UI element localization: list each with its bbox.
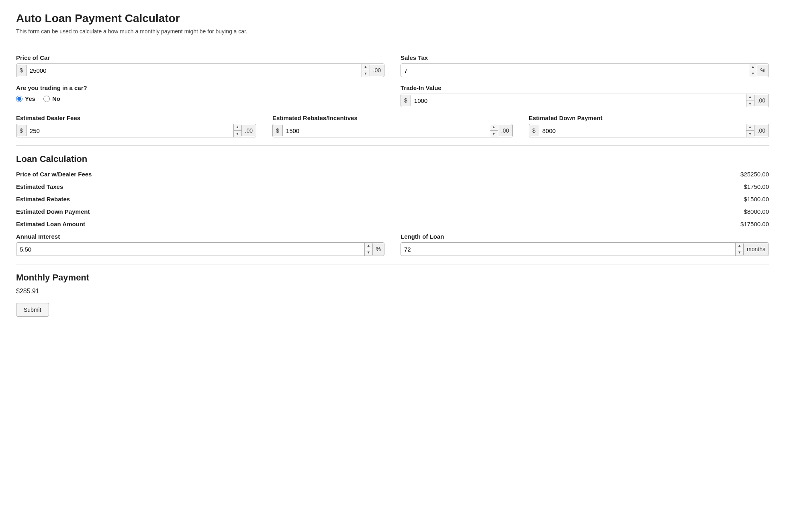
page-subtitle: This form can be used to calculate a how… xyxy=(16,28,769,35)
sales-tax-label: Sales Tax xyxy=(401,54,769,61)
trade-in-value-label: Trade-In Value xyxy=(401,84,769,91)
price-of-car-label: Price of Car xyxy=(16,54,384,61)
loan-length-suffix: months xyxy=(743,243,769,255)
calc-label-1: Estimated Taxes xyxy=(16,183,63,190)
rebates-input[interactable] xyxy=(283,125,490,137)
sales-tax-input[interactable] xyxy=(401,65,749,76)
rebates-input-wrapper: $ ▲ ▼ .00 xyxy=(272,124,513,137)
calc-value-1: $1750.00 xyxy=(744,183,769,190)
dealer-fees-prefix: $ xyxy=(16,125,27,136)
rebates-label: Estimated Rebates/Incentives xyxy=(272,115,513,121)
price-of-car-group: Price of Car $ ▲ ▼ .00 xyxy=(16,54,384,77)
down-payment-cents: .00 xyxy=(754,125,769,136)
rebates-prefix: $ xyxy=(273,125,283,136)
price-of-car-input-wrapper: $ ▲ ▼ .00 xyxy=(16,63,384,77)
annual-interest-label: Annual Interest xyxy=(16,233,384,240)
calc-label-2: Estimated Rebates xyxy=(16,196,70,203)
sales-tax-spinner: ▲ ▼ xyxy=(749,64,757,77)
sales-tax-suffix: % xyxy=(757,65,769,76)
loan-length-up[interactable]: ▲ xyxy=(736,243,743,249)
trade-in-value-spinner: ▲ ▼ xyxy=(746,94,754,107)
calc-row-1: Estimated Taxes $1750.00 xyxy=(16,183,769,190)
sales-tax-up[interactable]: ▲ xyxy=(749,64,757,70)
calc-row-3: Estimated Down Payment $8000.00 xyxy=(16,208,769,215)
monthly-payment-section: Monthly Payment $285.91 Submit xyxy=(16,272,769,317)
price-of-car-input[interactable] xyxy=(27,65,362,76)
price-of-car-up[interactable]: ▲ xyxy=(362,64,370,70)
dealer-fees-label: Estimated Dealer Fees xyxy=(16,115,256,121)
calc-label-4: Estimated Loan Amount xyxy=(16,221,85,227)
annual-interest-suffix: % xyxy=(372,243,384,255)
trade-in-no-radio[interactable] xyxy=(43,96,50,102)
form-row-1: Price of Car $ ▲ ▼ .00 Sales Tax ▲ ▼ % xyxy=(16,54,769,77)
trade-in-yes-label[interactable]: Yes xyxy=(16,95,35,102)
down-payment-up[interactable]: ▲ xyxy=(746,124,754,131)
annual-interest-spinner: ▲ ▼ xyxy=(364,243,372,256)
form-row-2: Are you trading in a car? Yes No Trade-I… xyxy=(16,84,769,107)
sales-tax-input-wrapper: ▲ ▼ % xyxy=(401,63,769,77)
calc-row-2: Estimated Rebates $1500.00 xyxy=(16,196,769,203)
dealer-fees-down[interactable]: ▼ xyxy=(234,131,241,137)
rebates-up[interactable]: ▲ xyxy=(490,124,498,131)
loan-calc-section: Loan Calculation Price of Car w/Dealer F… xyxy=(16,154,769,256)
calc-row-4: Estimated Loan Amount $17500.00 xyxy=(16,221,769,227)
trade-in-question-group: Are you trading in a car? Yes No xyxy=(16,84,384,104)
down-payment-spinner: ▲ ▼ xyxy=(746,124,754,137)
monthly-payment-title: Monthly Payment xyxy=(16,272,769,283)
calc-value-3: $8000.00 xyxy=(744,208,769,215)
calc-row-0: Price of Car w/Dealer Fees $25250.00 xyxy=(16,171,769,178)
trade-in-value-group: Trade-In Value $ ▲ ▼ .00 xyxy=(401,84,769,107)
divider-1 xyxy=(16,46,769,46)
trade-in-value-down[interactable]: ▼ xyxy=(746,100,754,107)
trade-in-value-cents: .00 xyxy=(754,95,769,106)
trade-in-value-up[interactable]: ▲ xyxy=(746,94,754,100)
price-of-car-prefix: $ xyxy=(16,65,27,76)
annual-interest-down[interactable]: ▼ xyxy=(365,249,372,256)
annual-interest-input-wrapper: ▲ ▼ % xyxy=(16,242,384,256)
dealer-fees-group: Estimated Dealer Fees $ ▲ ▼ .00 xyxy=(16,115,256,137)
trade-in-value-input-wrapper: $ ▲ ▼ .00 xyxy=(401,94,769,107)
submit-button[interactable]: Submit xyxy=(16,303,49,317)
dealer-fees-input[interactable] xyxy=(27,125,233,137)
rebates-cents: .00 xyxy=(498,125,512,136)
sales-tax-down[interactable]: ▼ xyxy=(749,70,757,77)
price-of-car-cents: .00 xyxy=(370,65,384,76)
annual-interest-up[interactable]: ▲ xyxy=(365,243,372,249)
calc-label-3: Estimated Down Payment xyxy=(16,208,90,215)
calc-value-4: $17500.00 xyxy=(740,221,769,227)
down-payment-group: Estimated Down Payment $ ▲ ▼ .00 xyxy=(529,115,769,137)
trade-in-no-label[interactable]: No xyxy=(43,95,60,102)
trade-in-yes-text: Yes xyxy=(25,95,35,102)
sales-tax-group: Sales Tax ▲ ▼ % xyxy=(401,54,769,77)
loan-length-input[interactable] xyxy=(401,243,735,255)
monthly-payment-amount: $285.91 xyxy=(16,288,769,295)
loan-length-spinner: ▲ ▼ xyxy=(735,243,743,256)
trade-in-value-input[interactable] xyxy=(411,95,746,106)
loan-length-down[interactable]: ▼ xyxy=(736,249,743,256)
loan-inputs-row: Annual Interest ▲ ▼ % Length of Loan ▲ ▼… xyxy=(16,233,769,256)
dealer-fees-cents: .00 xyxy=(241,125,256,136)
rebates-down[interactable]: ▼ xyxy=(490,131,498,137)
calc-value-2: $1500.00 xyxy=(744,196,769,203)
down-payment-label: Estimated Down Payment xyxy=(529,115,769,121)
trade-in-question-label: Are you trading in a car? xyxy=(16,84,384,91)
loan-length-label: Length of Loan xyxy=(401,233,769,240)
trade-in-yes-radio[interactable] xyxy=(16,96,22,102)
trade-in-radio-group: Yes No xyxy=(16,95,384,104)
rebates-spinner: ▲ ▼ xyxy=(490,124,498,137)
rebates-group: Estimated Rebates/Incentives $ ▲ ▼ .00 xyxy=(272,115,513,137)
trade-in-value-prefix: $ xyxy=(401,95,411,106)
down-payment-input[interactable] xyxy=(539,125,746,137)
price-of-car-spinner: ▲ ▼ xyxy=(362,64,370,77)
divider-2 xyxy=(16,145,769,146)
dealer-fees-up[interactable]: ▲ xyxy=(234,124,241,131)
page-title: Auto Loan Payment Calculator xyxy=(16,12,769,25)
down-payment-prefix: $ xyxy=(529,125,539,136)
annual-interest-input[interactable] xyxy=(16,243,364,255)
calc-value-0: $25250.00 xyxy=(740,171,769,178)
loan-calc-title: Loan Calculation xyxy=(16,154,769,164)
dealer-fees-input-wrapper: $ ▲ ▼ .00 xyxy=(16,124,256,137)
annual-interest-group: Annual Interest ▲ ▼ % xyxy=(16,233,384,256)
down-payment-down[interactable]: ▼ xyxy=(746,131,754,137)
price-of-car-down[interactable]: ▼ xyxy=(362,70,370,77)
